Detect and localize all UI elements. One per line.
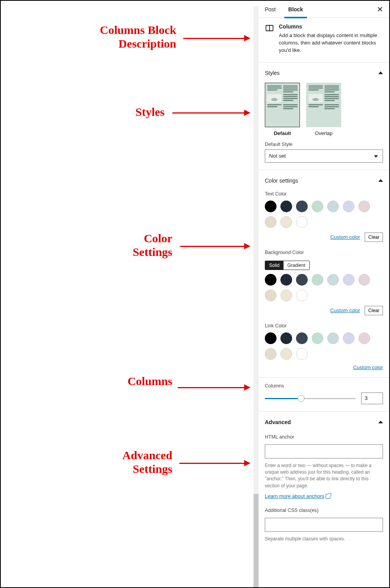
- panel-advanced-header[interactable]: Advanced: [265, 417, 383, 427]
- arrow-icon: [183, 38, 250, 39]
- app-frame: Columns Block Description Styles Color S…: [0, 0, 390, 588]
- annotation-block-description: Columns Block Description: [90, 23, 176, 50]
- scrollbar-track[interactable]: [254, 6, 259, 587]
- block-description-card: Columns Add a block that displays conten…: [259, 18, 389, 62]
- color-swatch[interactable]: [327, 274, 339, 286]
- color-swatch[interactable]: [358, 274, 370, 286]
- custom-color-button[interactable]: Custom color: [330, 307, 360, 313]
- color-swatch[interactable]: [296, 348, 308, 360]
- block-settings-sidebar: Post Block ✕ Columns Add a block that di…: [259, 1, 389, 587]
- color-swatch[interactable]: [296, 274, 308, 286]
- bg-color-swatches: [265, 274, 383, 301]
- style-option-overlap[interactable]: Overlap: [306, 83, 341, 136]
- scrollbar-thumb[interactable]: [254, 494, 259, 588]
- close-sidebar-button[interactable]: ✕: [374, 4, 385, 15]
- external-link-icon: [326, 494, 330, 499]
- panel-color-settings: Color settings Text Color Custom color C…: [259, 170, 389, 378]
- html-anchor-label: HTML anchor: [265, 434, 383, 440]
- bg-toggle-solid[interactable]: Solid: [265, 261, 284, 270]
- text-color-label: Text Color: [265, 191, 383, 197]
- css-classes-label: Additional CSS class(es): [265, 508, 383, 513]
- color-swatch[interactable]: [280, 290, 292, 301]
- chevron-up-icon: [378, 71, 383, 74]
- slider-handle[interactable]: [298, 395, 305, 402]
- color-swatch[interactable]: [265, 274, 277, 286]
- link-color-swatches: [265, 332, 383, 360]
- color-swatch[interactable]: [280, 216, 292, 228]
- custom-color-button[interactable]: Custom color: [353, 364, 383, 370]
- style-option-default[interactable]: Default: [265, 83, 300, 136]
- columns-icon: [265, 23, 274, 33]
- color-swatch[interactable]: [296, 332, 308, 344]
- annotation-area: Columns Block Description Styles Color S…: [1, 1, 258, 587]
- color-swatch[interactable]: [265, 216, 277, 228]
- panel-styles-header[interactable]: Styles: [265, 68, 383, 78]
- color-swatch[interactable]: [312, 201, 323, 212]
- close-icon: ✕: [377, 5, 383, 14]
- link-color-label: Link Color: [265, 323, 383, 329]
- columns-label: Columns: [265, 383, 383, 389]
- color-swatch[interactable]: [265, 332, 277, 344]
- style-preview-overlap: [306, 83, 341, 127]
- arrow-icon: [172, 112, 250, 114]
- learn-more-anchors-link[interactable]: Learn more about anchors: [265, 493, 330, 499]
- color-swatch[interactable]: [327, 332, 339, 344]
- annotation-color-settings: Color Settings: [118, 232, 172, 259]
- css-classes-input[interactable]: [265, 518, 383, 532]
- default-style-label: Default Style: [265, 142, 383, 147]
- color-swatch[interactable]: [296, 216, 308, 228]
- color-swatch[interactable]: [296, 201, 308, 212]
- arrow-icon: [178, 387, 250, 388]
- sidebar-tabs: Post Block ✕: [259, 1, 389, 18]
- color-swatch[interactable]: [265, 290, 277, 301]
- annotation-advanced-settings: Advanced Settings: [106, 449, 172, 476]
- arrow-icon: [180, 246, 250, 247]
- color-swatch[interactable]: [296, 290, 308, 301]
- custom-color-button[interactable]: Custom color: [330, 234, 360, 240]
- annotation-columns: Columns: [110, 375, 172, 388]
- chevron-up-icon: [378, 179, 383, 182]
- panel-advanced: Advanced HTML anchor Enter a word or two…: [259, 412, 389, 550]
- tab-post[interactable]: Post: [259, 1, 282, 18]
- color-swatch[interactable]: [358, 201, 370, 212]
- block-title: Columns: [279, 23, 383, 30]
- bg-toggle-gradient[interactable]: Gradient: [284, 261, 309, 270]
- color-swatch[interactable]: [327, 201, 339, 212]
- panel-color-settings-header[interactable]: Color settings: [265, 176, 383, 186]
- bg-type-toggle: Solid Gradient: [265, 261, 310, 270]
- html-anchor-help: Enter a word or two — without spaces — t…: [265, 462, 383, 490]
- columns-slider[interactable]: [265, 394, 356, 403]
- css-classes-help: Separate multiple classes with spaces.: [265, 536, 383, 542]
- html-anchor-input[interactable]: [265, 444, 383, 458]
- panel-columns: Columns: [259, 378, 389, 412]
- color-swatch[interactable]: [312, 332, 323, 344]
- block-description-text: Add a block that displays content in mul…: [279, 32, 383, 54]
- annotation-styles: Styles: [118, 105, 165, 119]
- clear-bg-color-button[interactable]: Clear: [365, 306, 383, 315]
- chevron-up-icon: [378, 421, 383, 423]
- color-swatch[interactable]: [280, 274, 292, 286]
- slider-fill: [265, 398, 301, 399]
- panel-styles: Styles: [259, 62, 389, 170]
- color-swatch[interactable]: [280, 332, 292, 344]
- color-swatch[interactable]: [265, 201, 277, 212]
- color-swatch[interactable]: [358, 332, 370, 344]
- columns-count-input[interactable]: [361, 393, 383, 404]
- text-color-swatches: [265, 201, 383, 228]
- background-color-label: Background Color: [265, 250, 383, 255]
- clear-text-color-button[interactable]: Clear: [365, 233, 383, 242]
- color-swatch[interactable]: [312, 274, 323, 286]
- color-swatch[interactable]: [343, 332, 355, 344]
- color-swatch[interactable]: [343, 274, 355, 286]
- color-swatch[interactable]: [280, 201, 292, 212]
- style-preview-default: [265, 83, 300, 127]
- arrow-icon: [179, 463, 250, 464]
- color-swatch[interactable]: [265, 348, 277, 360]
- default-style-select[interactable]: Not set: [265, 149, 383, 163]
- color-swatch[interactable]: [280, 348, 292, 360]
- color-swatch[interactable]: [343, 201, 355, 212]
- tab-block[interactable]: Block: [282, 1, 309, 18]
